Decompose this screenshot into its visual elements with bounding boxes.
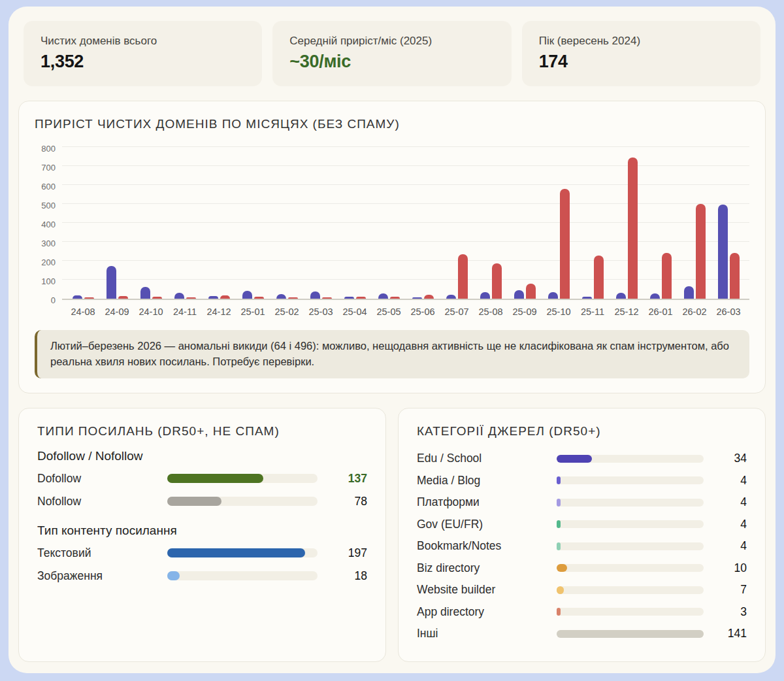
hbar-fill: [167, 497, 221, 506]
section-subtitle: Dofollow / Nofollow: [37, 449, 367, 463]
y-axis-tick: 700: [41, 163, 56, 173]
bar-blue: [208, 296, 218, 299]
hbar-value: 4: [713, 495, 747, 509]
hbar-value: 3: [713, 605, 747, 619]
hbar-row: Nofollow78: [37, 490, 367, 513]
x-axis-label: 24-12: [202, 307, 236, 317]
hbar-label: Website builder: [417, 583, 547, 597]
bar-group: [338, 148, 372, 299]
plot-area: [62, 148, 749, 300]
hbar-track: [557, 586, 704, 594]
hbar-track: [557, 542, 704, 550]
bar-red: [594, 256, 604, 299]
bar-group: [576, 148, 610, 299]
bars: [62, 148, 749, 299]
hbar-fill: [557, 476, 561, 484]
stat-card-avg-growth: Середній приріст/міс (2025) ~30/міс: [272, 21, 511, 86]
hbar-fill: [557, 499, 561, 507]
hbar-value: 141: [713, 627, 747, 640]
hbar-label: App directory: [417, 605, 547, 619]
bar-group: [678, 148, 711, 299]
hbar-value: 10: [713, 561, 747, 575]
bar-blue: [310, 291, 320, 299]
stats-row: Чистих доменів всього 1,352 Середній при…: [24, 21, 760, 86]
bar-blue: [684, 286, 694, 299]
x-axis-label: 25-08: [474, 307, 508, 317]
bar-blue: [378, 293, 388, 299]
hbar-fill: [167, 548, 305, 557]
hbar-fill: [557, 586, 564, 594]
bar-blue: [650, 293, 660, 299]
hbar-label: Bookmark/Notes: [417, 539, 547, 553]
bar-chart: 0100200300400500600700800 24-0824-0924-1…: [35, 148, 749, 317]
hbar-label: Media / Blog: [417, 474, 547, 488]
hbar-row: Інші141: [417, 623, 747, 645]
hbar-row: Зображення18: [37, 565, 367, 588]
plot-wrap: 24-0824-0924-1024-1124-1225-0125-0225-03…: [62, 148, 749, 317]
bar-group: [168, 148, 202, 299]
y-axis-tick: 400: [41, 220, 56, 229]
hbar-label: Платформи: [417, 495, 547, 509]
bar-blue: [480, 292, 490, 299]
bar-group: [508, 148, 542, 299]
y-axis: 0100200300400500600700800: [35, 148, 62, 300]
bar-group: [711, 148, 745, 299]
x-axis-label: 26-02: [678, 307, 711, 317]
hbar-row: Gov (EU/FR)4: [417, 513, 747, 535]
hbar-track: [167, 571, 318, 580]
bar-group: [610, 148, 644, 299]
bar-red: [424, 295, 434, 299]
bar-group: [100, 148, 134, 299]
bar-group: [474, 148, 508, 299]
stat-card-peak: Пік (вересень 2024) 174: [522, 21, 760, 86]
x-axis-label: 26-03: [711, 307, 745, 317]
hbar-track: [557, 564, 704, 572]
section-subtitle: Тип контенту посилання: [37, 523, 367, 538]
hbar-value: 4: [713, 474, 747, 488]
hbar-fill: [557, 542, 561, 550]
link-types-body: Dofollow / NofollowDofollow137Nofollow78…: [37, 449, 367, 588]
bar-blue: [514, 290, 524, 299]
source-categories-title: КАТЕГОРІЇ ДЖЕРЕЛ (DR50+): [417, 424, 747, 439]
bar-blue: [174, 293, 184, 299]
bar-blue: [276, 294, 286, 299]
bar-red: [84, 297, 94, 299]
bar-group: [202, 148, 236, 299]
anomaly-note-text: Лютий–березень 2026 — аномальні викиди (…: [50, 340, 729, 367]
x-axis-label: 25-01: [236, 307, 270, 317]
y-axis-tick: 200: [41, 257, 56, 267]
hbar-label: Nofollow: [37, 495, 158, 508]
hbar-row: Biz directory10: [417, 557, 747, 579]
chart-title: ПРИРІСТ ЧИСТИХ ДОМЕНІВ ПО МІСЯЦЯХ (БЕЗ С…: [35, 117, 749, 131]
y-axis-tick: 800: [41, 144, 56, 154]
hbar-row: Edu / School34: [417, 448, 747, 470]
bar-red: [356, 297, 366, 299]
x-axis-label: 25-11: [576, 307, 610, 317]
bar-red: [730, 253, 740, 299]
bar-red: [254, 297, 264, 299]
hbar-track: [167, 497, 318, 506]
hbar-label: Edu / School: [417, 452, 547, 465]
hbar-label: Зображення: [37, 569, 158, 583]
hbar-track: [557, 476, 704, 484]
monthly-growth-chart-card: ПРИРІСТ ЧИСТИХ ДОМЕНІВ ПО МІСЯЦЯХ (БЕЗ С…: [18, 101, 766, 393]
bar-group: [304, 148, 338, 299]
hbar-fill: [557, 630, 704, 638]
bar-red: [118, 296, 128, 299]
hbar-label: Текстовий: [37, 546, 158, 560]
bar-red: [288, 297, 298, 299]
bottom-panels: ТИПИ ПОСИЛАНЬ (DR50+, НЕ СПАМ) Dofollow …: [18, 408, 766, 663]
x-axis-label: 24-10: [134, 307, 168, 317]
hbar-fill: [167, 474, 263, 483]
bar-group: [406, 148, 440, 299]
y-axis-tick: 0: [51, 295, 56, 305]
x-axis-label: 24-08: [66, 307, 100, 317]
hbar-track: [557, 455, 704, 463]
bar-red: [662, 253, 672, 299]
bar-red: [696, 204, 706, 299]
hbar-row: Media / Blog4: [417, 469, 747, 491]
bar-red: [322, 297, 332, 299]
bar-blue: [616, 293, 626, 299]
hbar-label: Gov (EU/FR): [417, 518, 547, 531]
x-axis-label: 25-03: [304, 307, 338, 317]
